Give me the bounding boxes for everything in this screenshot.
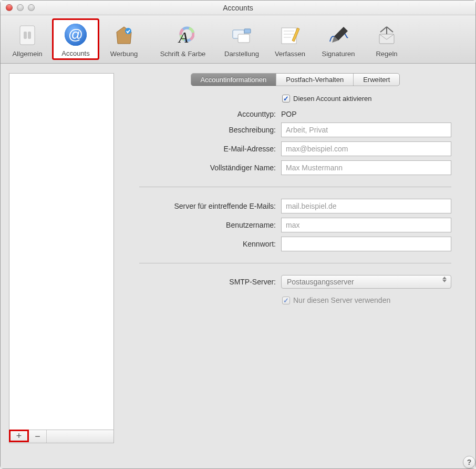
- toolbar-rules[interactable]: Regeln: [363, 19, 410, 60]
- toolbar-viewing[interactable]: Darstellung: [218, 19, 265, 60]
- window-title: Accounts: [1, 4, 475, 12]
- titlebar: Accounts: [1, 1, 475, 15]
- svg-text:@: @: [68, 26, 83, 43]
- divider: [139, 187, 451, 187]
- email-row: E-Mail-Adresse:: [139, 141, 451, 156]
- description-row: Beschreibung:: [139, 123, 451, 137]
- smtp-label: SMTP-Server:: [139, 278, 276, 286]
- only-this-server-checkbox: [282, 297, 290, 304]
- svg-rect-2: [28, 32, 31, 39]
- password-label: Kennwort:: [139, 240, 276, 248]
- email-input[interactable]: [281, 141, 451, 156]
- toolbar: Allgemein @ Accounts: [1, 15, 475, 64]
- smtp-row: SMTP-Server: Postausgangsserver: [139, 275, 451, 289]
- account-form: Diesen Account aktivieren Accounttyp: PO…: [123, 95, 467, 304]
- toolbar-label: Darstellung: [224, 50, 259, 58]
- toolbar-label: Allgemein: [12, 50, 42, 58]
- accounts-list[interactable]: [9, 73, 114, 430]
- fullname-input[interactable]: [281, 160, 451, 175]
- activate-checkbox[interactable]: [282, 95, 290, 103]
- remove-account-button[interactable]: −: [29, 430, 47, 443]
- account-pane: Accountinformationen Postfach-Verhalten …: [123, 73, 467, 443]
- accounts-sidebar: + −: [9, 73, 114, 443]
- incoming-input[interactable]: [281, 199, 451, 213]
- only-this-server-row: Nur diesen Server verwenden: [139, 296, 451, 304]
- password-row: Kennwort:: [139, 237, 451, 251]
- footer: ?: [1, 450, 475, 468]
- tab-mailbox-behavior[interactable]: Postfach-Verhalten: [276, 74, 354, 86]
- password-input[interactable]: [281, 237, 451, 251]
- fullname-label: Vollständiger Name:: [139, 164, 276, 172]
- username-label: Benutzername:: [139, 221, 276, 229]
- activate-label: Diesen Account aktivieren: [293, 95, 372, 103]
- account-type-label: Accounttyp:: [139, 110, 276, 118]
- tab-account-info[interactable]: Accountinformationen: [191, 74, 277, 86]
- username-row: Benutzername:: [139, 218, 451, 232]
- toolbar-composing[interactable]: Verfassen: [266, 19, 314, 60]
- smtp-select[interactable]: Postausgangsserver: [281, 275, 451, 289]
- toolbar-junk[interactable]: Werbung: [100, 19, 148, 60]
- only-this-server-label: Nur diesen Server verwenden: [293, 296, 390, 304]
- fullname-row: Vollständiger Name:: [139, 160, 451, 175]
- incoming-row: Server für eintreffende E-Mails:: [139, 199, 451, 213]
- signature-icon: [326, 23, 351, 48]
- account-type-value: POP: [281, 110, 451, 118]
- description-label: Beschreibung:: [139, 126, 276, 134]
- description-input[interactable]: [281, 123, 451, 137]
- toolbar-fonts[interactable]: A Schrift & Farbe: [149, 19, 217, 60]
- toolbar-label: Schrift & Farbe: [160, 50, 206, 58]
- account-type-row: Accounttyp: POP: [139, 110, 451, 118]
- viewing-icon: [229, 23, 254, 48]
- tab-advanced[interactable]: Erweitert: [354, 74, 399, 86]
- switch-icon: [15, 23, 40, 48]
- compose-icon: [277, 23, 303, 48]
- add-account-button[interactable]: +: [9, 430, 29, 442]
- accounts-window: Accounts Allgemein: [0, 0, 476, 469]
- help-button[interactable]: ?: [463, 456, 475, 468]
- smtp-value: Postausgangsserver: [287, 278, 354, 286]
- font-icon: A: [170, 23, 195, 48]
- junk-icon: [111, 23, 137, 48]
- list-footer-spacer: [47, 430, 113, 443]
- svg-text:A: A: [178, 28, 189, 46]
- svg-rect-1: [24, 32, 27, 39]
- tabset: Accountinformationen Postfach-Verhalten …: [191, 73, 400, 86]
- toolbar-label: Regeln: [376, 50, 397, 58]
- content: + − Accountinformationen Postfach-Verhal…: [1, 64, 475, 450]
- toolbar-accounts[interactable]: @ Accounts: [52, 18, 99, 60]
- svg-rect-12: [238, 34, 250, 43]
- toolbar-general[interactable]: Allgemein: [4, 19, 51, 60]
- toolbar-signatures[interactable]: Signaturen: [315, 19, 362, 60]
- email-label: E-Mail-Adresse:: [139, 145, 276, 153]
- svg-rect-13: [244, 29, 251, 33]
- toolbar-label: Signaturen: [322, 50, 355, 58]
- toolbar-label: Verfassen: [275, 50, 305, 58]
- svg-rect-0: [20, 26, 35, 45]
- username-input[interactable]: [281, 218, 451, 232]
- toolbar-label: Accounts: [61, 49, 89, 57]
- tabs: Accountinformationen Postfach-Verhalten …: [123, 73, 467, 86]
- toolbar-label: Werbung: [110, 50, 138, 58]
- rules-icon: [374, 23, 399, 48]
- activate-row: Diesen Account aktivieren: [139, 95, 451, 103]
- list-footer: + −: [9, 430, 114, 443]
- divider: [139, 263, 451, 263]
- at-icon: @: [63, 22, 88, 47]
- svg-point-6: [125, 28, 131, 34]
- incoming-label: Server für eintreffende E-Mails:: [139, 202, 276, 210]
